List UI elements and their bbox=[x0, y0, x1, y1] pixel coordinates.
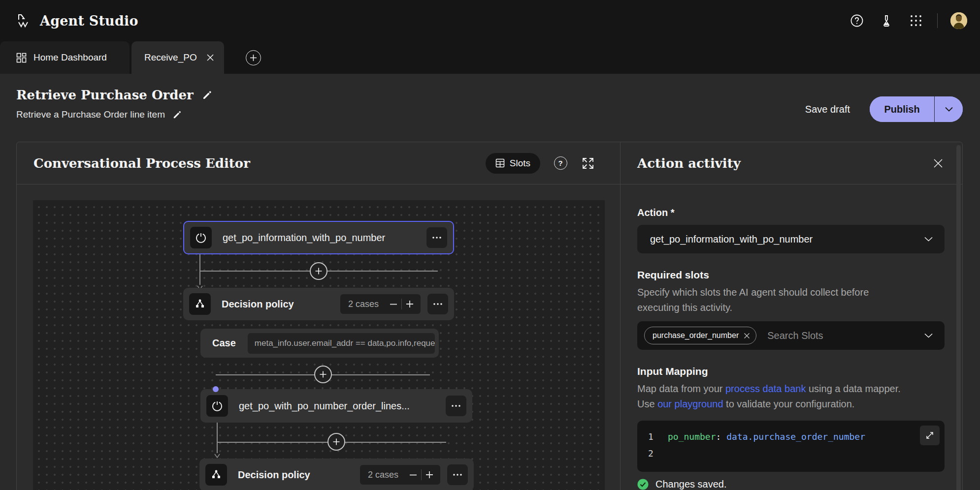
desc-text: Map data from your bbox=[637, 383, 725, 394]
action-field-label: Action * bbox=[637, 207, 945, 218]
tab-label: Home Dashboard bbox=[33, 52, 107, 63]
code-value: data.purchase_order_number bbox=[726, 429, 865, 445]
overflow-menu-button[interactable] bbox=[446, 396, 466, 416]
overflow-menu-button[interactable] bbox=[427, 294, 448, 314]
main-panel: Conversational Process Editor Slots ? bbox=[16, 142, 963, 490]
node-label: Decision policy bbox=[222, 299, 340, 310]
required-slots-heading: Required slots bbox=[637, 269, 945, 281]
connector-line bbox=[217, 423, 218, 453]
decision-fork-icon bbox=[205, 464, 227, 486]
edit-title-icon[interactable] bbox=[202, 90, 212, 100]
add-tab-button[interactable] bbox=[246, 50, 261, 65]
overflow-menu-button[interactable] bbox=[426, 227, 447, 248]
remove-case-button[interactable] bbox=[405, 467, 421, 483]
action-activity-panel: Action activity Action * get_po_informat… bbox=[621, 142, 962, 490]
action-power-icon bbox=[190, 227, 212, 248]
line-number: 1 bbox=[648, 429, 668, 445]
save-status: Changes saved. bbox=[637, 479, 945, 490]
app-switcher-icon[interactable] bbox=[908, 12, 924, 29]
add-node-button[interactable] bbox=[310, 262, 327, 280]
avatar[interactable] bbox=[950, 12, 967, 29]
action-dropdown[interactable]: get_po_information_with_po_number bbox=[637, 225, 945, 253]
lab-flask-icon[interactable] bbox=[878, 12, 895, 29]
node-label: get_po_information_with_po_number bbox=[223, 232, 426, 244]
save-draft-button[interactable]: Save draft bbox=[805, 104, 850, 115]
desc-text: using a data mapper. bbox=[806, 383, 900, 394]
desc-text: to validate your configuration. bbox=[723, 398, 855, 409]
connection-anchor-dot[interactable] bbox=[213, 386, 219, 392]
tab-home-dashboard[interactable]: Home Dashboard bbox=[0, 41, 130, 74]
remove-case-button[interactable] bbox=[386, 296, 401, 312]
slots-table-icon bbox=[495, 158, 505, 168]
add-case-button[interactable] bbox=[422, 467, 437, 483]
editor-title: Conversational Process Editor bbox=[33, 156, 250, 171]
input-mapping-code-editor[interactable]: 1 po_number: data.purchase_order_number … bbox=[637, 421, 945, 472]
tab-bar: Home Dashboard Receive_PO bbox=[0, 41, 980, 74]
page-title: Retrieve Purchase Order bbox=[16, 88, 194, 102]
slots-button[interactable]: Slots bbox=[486, 153, 540, 174]
header-divider bbox=[937, 13, 938, 28]
app-header: Agent Studio bbox=[0, 0, 980, 41]
case-label: Case bbox=[212, 337, 236, 349]
line-number: 2 bbox=[648, 445, 668, 462]
publish-split-button: Publish bbox=[870, 96, 963, 122]
action-power-icon bbox=[206, 395, 228, 417]
slot-tag-label: purchase_order_number bbox=[653, 331, 739, 340]
case-condition-field[interactable]: meta_info.user.email_addr == data,po.inf… bbox=[248, 333, 435, 354]
connector-line bbox=[199, 254, 200, 285]
node-get-po-order-lines[interactable]: get_po_with_po_number_order_lines... bbox=[200, 389, 472, 423]
process-data-bank-link[interactable]: process data bank bbox=[725, 383, 806, 394]
add-case-button[interactable] bbox=[402, 296, 418, 312]
tab-receive-po[interactable]: Receive_PO bbox=[131, 41, 224, 74]
close-panel-button[interactable] bbox=[931, 156, 946, 171]
cases-control: 2 cases bbox=[360, 465, 440, 485]
node-decision-policy-2[interactable]: Decision policy 2 cases bbox=[199, 459, 474, 490]
node-get-po-information[interactable]: get_po_information_with_po_number bbox=[183, 221, 454, 254]
desc-line: executing this activity. bbox=[637, 300, 945, 315]
code-key: po_number bbox=[668, 429, 716, 445]
remove-slot-icon[interactable] bbox=[744, 333, 750, 339]
publish-button[interactable]: Publish bbox=[870, 96, 934, 122]
slots-search-placeholder: Search Slots bbox=[767, 330, 924, 341]
panel-title: Action activity bbox=[637, 156, 741, 171]
overflow-menu-button[interactable] bbox=[447, 464, 468, 485]
edit-subtitle-icon[interactable] bbox=[173, 110, 182, 119]
page-subtitle: Retrieve a Purchase Order line item bbox=[16, 109, 165, 120]
agent-studio-logo-icon bbox=[16, 13, 32, 29]
chevron-down-icon[interactable] bbox=[924, 333, 933, 338]
cases-count: 2 cases bbox=[368, 470, 398, 480]
panel-scrollbar[interactable] bbox=[956, 145, 961, 490]
process-canvas[interactable]: get_po_information_with_po_number bbox=[33, 200, 605, 490]
maximize-icon[interactable] bbox=[581, 156, 595, 171]
process-editor-section: Conversational Process Editor Slots ? bbox=[17, 142, 621, 490]
add-node-button[interactable] bbox=[327, 433, 345, 451]
slots-button-label: Slots bbox=[510, 158, 530, 169]
playground-link[interactable]: our playground bbox=[657, 398, 723, 409]
tab-label: Receive_PO bbox=[144, 52, 197, 63]
input-mapping-description: Map data from your process data bank usi… bbox=[637, 381, 945, 412]
slots-search-input[interactable]: purchase_order_number Search Slots bbox=[637, 321, 945, 350]
code-separator: : bbox=[716, 429, 727, 445]
node-case[interactable]: Case meta_info.user.email_addr == data,p… bbox=[200, 329, 439, 358]
cases-control: 2 cases bbox=[340, 294, 421, 314]
close-tab-icon[interactable] bbox=[206, 54, 214, 61]
page-head: Retrieve Purchase Order Retrieve a Purch… bbox=[0, 74, 980, 142]
node-label: Decision policy bbox=[238, 469, 360, 481]
status-text: Changes saved. bbox=[655, 479, 727, 490]
action-dropdown-value: get_po_information_with_po_number bbox=[650, 234, 813, 245]
expand-code-editor-button[interactable] bbox=[920, 426, 940, 445]
node-label: get_po_with_po_number_order_lines... bbox=[239, 400, 446, 412]
slot-tag[interactable]: purchase_order_number bbox=[644, 327, 756, 344]
add-node-button[interactable] bbox=[314, 366, 332, 383]
cases-count: 2 cases bbox=[348, 299, 379, 309]
success-check-icon bbox=[637, 479, 649, 490]
desc-line: Specify which slots the AI agent should … bbox=[637, 285, 945, 300]
help-icon[interactable] bbox=[849, 12, 865, 29]
editor-help-icon[interactable]: ? bbox=[553, 156, 568, 171]
node-decision-policy-1[interactable]: Decision policy 2 cases bbox=[183, 288, 454, 320]
decision-fork-icon bbox=[189, 293, 211, 315]
dashboard-icon bbox=[16, 53, 27, 63]
input-mapping-heading: Input Mapping bbox=[637, 366, 945, 377]
publish-dropdown-button[interactable] bbox=[934, 96, 963, 122]
app-title: Agent Studio bbox=[40, 13, 138, 29]
